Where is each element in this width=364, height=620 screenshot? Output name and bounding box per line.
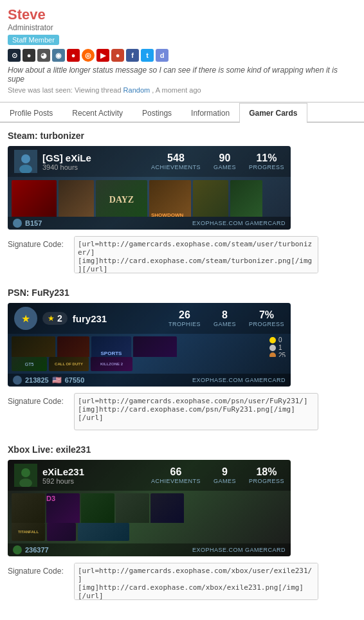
xbox-game-2: D3 bbox=[46, 493, 80, 523]
xbox-gamer-card: eXiLe231 592 hours 66 ACHIEVEMENTS 9 GAM… bbox=[8, 460, 291, 556]
steam-footer-icon bbox=[13, 219, 22, 228]
xbox-game-4 bbox=[116, 493, 149, 523]
steam-game-3: DAYZ bbox=[96, 180, 147, 217]
last-seen-time: , A moment ago bbox=[152, 86, 201, 94]
steam-sig-section: Signature Code: bbox=[8, 236, 356, 273]
psn-footer-brand: EXOPHASE.COM GAMERCARD bbox=[192, 377, 286, 383]
psn-game-1 bbox=[12, 336, 55, 357]
steam-platform-title: Steam: turbonizer bbox=[8, 131, 356, 141]
social-icon-2[interactable]: ● bbox=[23, 49, 35, 62]
steam-progress-val: 11% bbox=[249, 152, 284, 164]
steam-sig-label: Signature Code: bbox=[8, 236, 69, 249]
xbox-progress-label: PROGRESS bbox=[249, 478, 284, 484]
xbox-sig-section: Signature Code: bbox=[8, 563, 356, 600]
steam-achievements-stat: 548 ACHIEVEMENTS bbox=[151, 152, 201, 170]
tab-gamer-cards[interactable]: Gamer Cards bbox=[239, 103, 307, 123]
psn-trophies-stat: 26 TROPHIES bbox=[168, 309, 201, 327]
steam-progress-label: PROGRESS bbox=[249, 164, 284, 170]
steam-game-5 bbox=[193, 180, 228, 217]
xbox-achievements-val: 66 bbox=[151, 466, 201, 478]
twitter-icon[interactable]: t bbox=[141, 49, 154, 62]
tabs-bar: Profile Posts Recent Activity Postings I… bbox=[0, 102, 364, 123]
psn-games-strip: SPORTSCHAMPIONS KILLZONE 2 bbox=[8, 334, 264, 357]
last-seen: Steve was last seen: Viewing thread Rand… bbox=[8, 86, 356, 94]
psn-card-name: fury231 bbox=[73, 313, 168, 324]
xbox-games-val: 9 bbox=[214, 466, 236, 478]
steam-games-stat: 90 GAMES bbox=[214, 152, 236, 170]
psn-game-4: KILLZONE 2 bbox=[133, 336, 177, 357]
psn-progress-val: 7% bbox=[249, 309, 284, 321]
xbox-progress-stat: 18% PROGRESS bbox=[249, 466, 284, 484]
social-icon-8[interactable]: ● bbox=[111, 49, 124, 62]
xbox-games-row2: TITANFALL bbox=[8, 523, 291, 543]
steam-icon[interactable]: ⊙ bbox=[8, 49, 21, 62]
psn-silver-count: 1 bbox=[278, 344, 282, 351]
social-icons: ⊙ ● ◕ ◉ ● ◎ ▶ ● f t d bbox=[8, 49, 356, 62]
xbox-footer-brand: EXOPHASE.COM GAMERCARD bbox=[192, 547, 286, 553]
steam-games-val: 90 bbox=[214, 152, 236, 164]
psn-gamer-card: ★ ★ 2 fury231 26 TROPHIES 8 bbox=[8, 303, 291, 387]
tab-postings[interactable]: Postings bbox=[132, 103, 181, 123]
social-icon-4[interactable]: ◉ bbox=[52, 49, 65, 62]
steam-card-hours: 3940 hours bbox=[42, 163, 151, 171]
psn-footer-num: 213825 bbox=[25, 376, 49, 384]
psn-games-val: 8 bbox=[214, 309, 236, 321]
psn-games-row2: GT5 CALL OF DUTY KILLZONE 2 bbox=[8, 357, 291, 374]
username: Steve bbox=[8, 6, 356, 23]
discord-icon[interactable]: d bbox=[156, 49, 168, 62]
psn-trophy-breakdown: 0 1 25 bbox=[264, 334, 291, 357]
psn-bronze-trophies: 25 bbox=[269, 352, 286, 357]
steam-game-2 bbox=[59, 180, 94, 217]
steam-footer-brand: EXOPHASE.COM GAMERCARD bbox=[192, 220, 286, 226]
psn-platform-title: PSN: FuRy231 bbox=[8, 287, 356, 298]
psn-footer-left: 213825 🇺🇸 67550 bbox=[13, 376, 84, 385]
steam-sig-textarea[interactable] bbox=[74, 236, 318, 273]
psn-game-cod: CALL OF DUTY bbox=[49, 357, 89, 371]
psn-game-2 bbox=[57, 336, 89, 357]
xbox-section: Xbox Live: exile231 eXiLe231 592 hou bbox=[8, 444, 356, 600]
youtube-icon[interactable]: ▶ bbox=[96, 49, 109, 62]
xbox-game-5 bbox=[150, 493, 184, 523]
gold-trophy-icon bbox=[269, 337, 276, 343]
social-icon-5[interactable]: ● bbox=[67, 49, 80, 62]
tab-recent-activity[interactable]: Recent Activity bbox=[62, 103, 132, 123]
psn-section: PSN: FuRy231 ★ ★ 2 fury231 26 bbox=[8, 287, 356, 430]
xbox-row2-1: TITANFALL bbox=[12, 523, 45, 541]
psn-sig-textarea[interactable] bbox=[74, 393, 318, 430]
social-icon-3[interactable]: ◕ bbox=[37, 49, 50, 62]
social-icon-6[interactable]: ◎ bbox=[82, 49, 95, 62]
status-message: How about a little longer status message… bbox=[8, 66, 356, 84]
xbox-games-label: GAMES bbox=[214, 478, 236, 484]
last-seen-link[interactable]: Random bbox=[123, 86, 150, 94]
last-seen-prefix: Steve was last seen: bbox=[8, 86, 73, 94]
bronze-trophy-icon bbox=[269, 352, 276, 358]
psn-games-label: GAMES bbox=[214, 321, 236, 327]
psn-game-gt5: GT5 bbox=[12, 357, 47, 371]
xbox-platform-title: Xbox Live: exile231 bbox=[8, 444, 356, 455]
steam-achievements-val: 548 bbox=[151, 152, 201, 164]
xbox-progress-val: 18% bbox=[249, 466, 284, 478]
steam-game-4: SHOWDOWN bbox=[149, 180, 191, 217]
xbox-sig-textarea[interactable] bbox=[74, 563, 318, 600]
psn-footer-num2: 67550 bbox=[65, 376, 85, 384]
svg-point-4 bbox=[21, 468, 30, 477]
psn-footer-icon bbox=[13, 376, 22, 385]
facebook-icon[interactable]: f bbox=[126, 49, 139, 62]
xbox-games-strip: TITANFALL D3 bbox=[8, 491, 291, 523]
user-role: Administrator bbox=[8, 23, 356, 32]
psn-sig-section: Signature Code: bbox=[8, 393, 356, 430]
psn-trophies-label: TROPHIES bbox=[168, 321, 201, 327]
steam-avatar bbox=[14, 150, 37, 173]
silver-trophy-icon bbox=[269, 345, 276, 351]
xbox-game-3 bbox=[81, 493, 114, 523]
steam-footer-left: B157 bbox=[13, 219, 42, 228]
xbox-card-name: eXiLe231 bbox=[42, 466, 151, 477]
psn-game-kz2: KILLZONE 2 bbox=[91, 357, 132, 371]
psn-sig-label: Signature Code: bbox=[8, 393, 69, 406]
tab-information[interactable]: Information bbox=[181, 103, 239, 123]
steam-footer-num: B157 bbox=[25, 219, 42, 227]
tab-profile-posts[interactable]: Profile Posts bbox=[0, 103, 62, 123]
steam-achievements-label: ACHIEVEMENTS bbox=[151, 164, 201, 170]
psn-avatar: ★ bbox=[14, 307, 37, 330]
psn-progress-stat: 7% PROGRESS bbox=[249, 309, 284, 327]
